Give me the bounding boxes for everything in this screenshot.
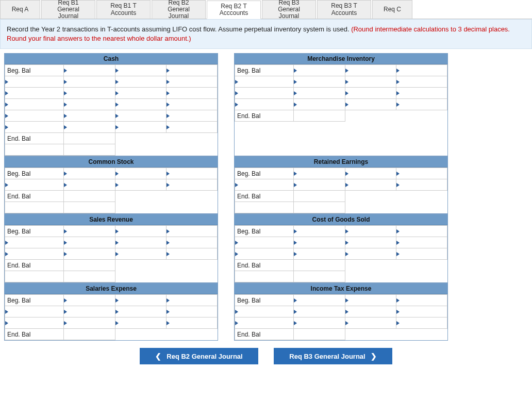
debit-cell[interactable] <box>294 295 345 306</box>
credit-cell[interactable] <box>345 88 396 99</box>
credit-cell[interactable] <box>345 65 396 76</box>
debit-cell[interactable] <box>64 65 115 76</box>
credit-cell[interactable] <box>115 99 166 110</box>
debit-cell[interactable] <box>64 329 115 340</box>
extra-cell[interactable] <box>396 226 447 237</box>
credit-cell[interactable] <box>115 179 166 191</box>
extra-cell[interactable] <box>396 76 447 88</box>
credit-cell[interactable] <box>345 226 396 237</box>
debit-cell[interactable] <box>64 226 115 237</box>
credit-cell[interactable] <box>115 317 166 329</box>
credit-cell[interactable] <box>345 237 396 248</box>
extra-cell[interactable] <box>166 317 217 329</box>
extra-cell[interactable] <box>396 168 447 179</box>
extra-cell[interactable] <box>166 110 217 122</box>
debit-cell[interactable] <box>294 65 345 76</box>
credit-cell[interactable] <box>115 226 166 237</box>
debit-cell[interactable] <box>64 76 115 88</box>
debit-cell[interactable] <box>64 122 115 133</box>
tab-4[interactable]: Req B2 T Acccounts <box>207 1 261 19</box>
extra-cell[interactable] <box>166 295 217 306</box>
credit-cell[interactable] <box>115 168 166 179</box>
debit-cell[interactable] <box>64 248 115 260</box>
credit-cell[interactable] <box>115 237 166 248</box>
debit-cell[interactable] <box>64 317 115 329</box>
debit-cell[interactable] <box>64 306 115 317</box>
credit-cell[interactable] <box>345 168 396 179</box>
extra-cell[interactable] <box>396 65 447 76</box>
debit-cell[interactable] <box>294 317 345 329</box>
credit-cell[interactable] <box>115 248 166 260</box>
credit-cell[interactable] <box>115 122 166 133</box>
credit-cell[interactable] <box>345 306 396 317</box>
extra-cell[interactable] <box>166 65 217 76</box>
tab-6[interactable]: Req B3 T Accounts <box>317 0 371 19</box>
debit-cell[interactable] <box>64 191 115 202</box>
tab-3[interactable]: Req B2 General Journal <box>152 0 206 19</box>
debit-cell[interactable] <box>64 88 115 99</box>
credit-cell[interactable] <box>115 76 166 88</box>
extra-cell[interactable] <box>166 168 217 179</box>
debit-cell[interactable] <box>64 237 115 248</box>
credit-cell[interactable] <box>345 76 396 88</box>
extra-cell[interactable] <box>166 179 217 191</box>
debit-cell[interactable] <box>294 99 345 110</box>
debit-cell[interactable] <box>64 179 115 191</box>
extra-cell[interactable] <box>166 248 217 260</box>
extra-cell[interactable] <box>396 179 447 191</box>
credit-cell[interactable] <box>115 110 166 122</box>
debit-cell[interactable] <box>294 306 345 317</box>
extra-cell[interactable] <box>166 99 217 110</box>
debit-cell[interactable] <box>294 88 345 99</box>
debit-cell[interactable] <box>64 110 115 122</box>
credit-cell[interactable] <box>345 99 396 110</box>
debit-cell[interactable] <box>64 133 115 144</box>
credit-cell[interactable] <box>115 295 166 306</box>
credit-cell[interactable] <box>115 306 166 317</box>
debit-cell[interactable] <box>294 191 345 202</box>
debit-cell[interactable] <box>294 248 345 260</box>
debit-cell[interactable] <box>294 179 345 191</box>
credit-cell[interactable] <box>345 295 396 306</box>
prev-button[interactable]: ❮ Req B2 General Journal <box>140 348 258 364</box>
tab-0[interactable]: Req A <box>0 0 40 19</box>
debit-cell[interactable] <box>64 144 115 156</box>
extra-cell[interactable] <box>396 88 447 99</box>
next-button[interactable]: Req B3 General Journal ❯ <box>274 348 392 364</box>
tab-2[interactable]: Req B1 T Accounts <box>96 0 151 19</box>
extra-cell[interactable] <box>396 248 447 260</box>
credit-cell[interactable] <box>345 248 396 260</box>
tab-7[interactable]: Req C <box>372 0 412 19</box>
tab-5[interactable]: Req B3 General Journal <box>262 0 316 19</box>
debit-cell[interactable] <box>294 271 345 282</box>
debit-cell[interactable] <box>294 202 345 213</box>
debit-cell[interactable] <box>64 271 115 282</box>
debit-cell[interactable] <box>64 202 115 213</box>
extra-cell[interactable] <box>396 306 447 317</box>
extra-cell[interactable] <box>396 237 447 248</box>
debit-cell[interactable] <box>294 226 345 237</box>
extra-cell[interactable] <box>166 88 217 99</box>
debit-cell[interactable] <box>294 329 345 340</box>
extra-cell[interactable] <box>166 306 217 317</box>
extra-cell[interactable] <box>166 76 217 88</box>
debit-cell[interactable] <box>294 76 345 88</box>
debit-cell[interactable] <box>64 99 115 110</box>
debit-cell[interactable] <box>294 260 345 271</box>
tab-1[interactable]: Req B1 General Journal <box>41 0 95 19</box>
credit-cell[interactable] <box>345 179 396 191</box>
credit-cell[interactable] <box>345 317 396 329</box>
extra-cell[interactable] <box>396 99 447 110</box>
debit-cell[interactable] <box>64 260 115 271</box>
debit-cell[interactable] <box>294 237 345 248</box>
debit-cell[interactable] <box>64 295 115 306</box>
credit-cell[interactable] <box>115 88 166 99</box>
extra-cell[interactable] <box>166 122 217 133</box>
debit-cell[interactable] <box>64 168 115 179</box>
credit-cell[interactable] <box>115 65 166 76</box>
debit-cell[interactable] <box>294 110 345 122</box>
extra-cell[interactable] <box>166 226 217 237</box>
extra-cell[interactable] <box>166 237 217 248</box>
extra-cell[interactable] <box>396 295 447 306</box>
debit-cell[interactable] <box>294 168 345 179</box>
